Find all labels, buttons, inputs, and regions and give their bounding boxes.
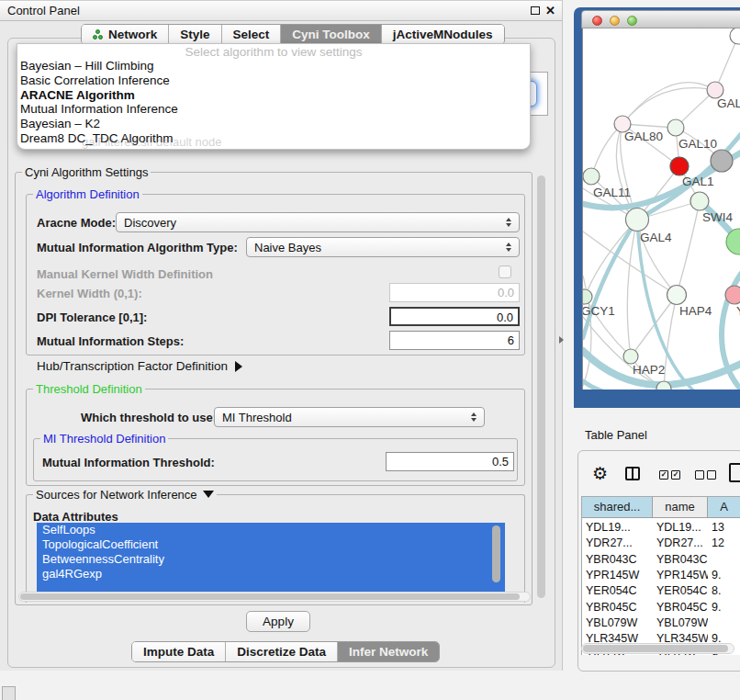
scrollbar-thumb[interactable] bbox=[20, 593, 520, 600]
network-graph[interactable]: GALGAL80GAL10GAL1GAL11SWI4GAL4GCY1HAP4YH… bbox=[583, 28, 740, 390]
mi-algorithm-type-select[interactable]: Naive Bayes bbox=[246, 237, 520, 257]
node-HAP4[interactable] bbox=[667, 286, 687, 305]
unchecked-columns-icon[interactable] bbox=[695, 470, 704, 480]
network-view-window: GALGAL80GAL10GAL1GAL11SWI4GAL4GCY1HAP4YH… bbox=[581, 10, 740, 390]
node-GAL10[interactable] bbox=[667, 119, 684, 136]
settings-vertical-scrollbar[interactable] bbox=[537, 175, 545, 598]
bottom-tab-bar: Impute DataDiscretize DataInfer Network bbox=[131, 641, 440, 662]
table-cell[interactable]: YDL19... bbox=[582, 520, 653, 536]
checked-columns-icon[interactable]: ✓ bbox=[659, 470, 668, 480]
hub-transcription-factor-label: Hub/Transcription Factor Definition bbox=[37, 359, 228, 373]
mac-zoom-icon[interactable] bbox=[627, 16, 637, 26]
node-attribute-table[interactable]: shared...nameAYDL19...YDL19...13YDR27...… bbox=[581, 496, 740, 655]
table-cell[interactable]: YPR145W bbox=[653, 568, 708, 583]
mac-minimize-icon[interactable] bbox=[610, 16, 620, 26]
node-GAL11[interactable] bbox=[583, 168, 600, 185]
table-cell[interactable]: YDR27... bbox=[653, 536, 708, 551]
column-header-shared[interactable]: shared... bbox=[582, 497, 653, 518]
document-icon[interactable] bbox=[729, 463, 740, 482]
tab-infer-network[interactable]: Infer Network bbox=[337, 642, 439, 661]
collapse-down-icon[interactable] bbox=[203, 491, 214, 498]
table-cell[interactable]: 13 bbox=[708, 520, 740, 536]
column-header-A[interactable]: A bbox=[708, 497, 740, 518]
column-header-name[interactable]: name bbox=[653, 497, 708, 518]
scrollbar-thumb[interactable] bbox=[583, 645, 728, 652]
node-GCY1[interactable] bbox=[583, 289, 592, 304]
tab-cyni-toolbox[interactable]: Cyni Toolbox bbox=[280, 25, 381, 44]
node-HAP2-label: HAP2 bbox=[633, 363, 665, 377]
network-edge[interactable] bbox=[677, 201, 700, 295]
node-gray[interactable] bbox=[711, 150, 733, 172]
tab-style[interactable]: Style bbox=[168, 25, 220, 44]
checked-columns-icon[interactable]: ✓ bbox=[671, 470, 680, 480]
panel-splitter-arrow-icon[interactable] bbox=[559, 336, 564, 344]
network-canvas[interactable]: GALGAL80GAL10GAL1GAL11SWI4GAL4GCY1HAP4YH… bbox=[582, 28, 740, 390]
mac-close-icon[interactable] bbox=[592, 16, 602, 26]
data-attribute-item[interactable]: BetweennessCentrality bbox=[37, 552, 505, 567]
table-cell[interactable]: 8. bbox=[708, 583, 740, 599]
table-cell[interactable] bbox=[708, 615, 740, 631]
which-threshold-select[interactable]: MI Threshold bbox=[214, 407, 485, 427]
mi-steps-field[interactable]: 6 bbox=[389, 331, 520, 350]
columns-icon[interactable] bbox=[625, 467, 640, 480]
network-edge[interactable] bbox=[715, 36, 738, 90]
dpi-tolerance-field[interactable]: 0.0 bbox=[389, 307, 520, 326]
table-cell[interactable] bbox=[708, 552, 740, 568]
table-cell[interactable]: YBR045C bbox=[653, 600, 708, 615]
tab-select[interactable]: Select bbox=[221, 25, 281, 44]
table-cell[interactable]: YDR27... bbox=[582, 536, 653, 551]
node-GAL10-label: GAL10 bbox=[678, 137, 717, 151]
network-edge[interactable] bbox=[631, 295, 677, 356]
node-HAP2[interactable] bbox=[623, 349, 638, 364]
table-cell[interactable]: YER054C bbox=[582, 583, 653, 599]
tab-discretize-data[interactable]: Discretize Data bbox=[225, 642, 337, 661]
table-horizontal-scrollbar[interactable] bbox=[581, 643, 734, 654]
control-panel-tab-bar: NetworkStyleSelectCyni ToolboxjActiveMNo… bbox=[81, 24, 505, 45]
network-edge[interactable] bbox=[627, 220, 637, 356]
unchecked-columns-icon[interactable] bbox=[707, 470, 716, 480]
table-cell[interactable]: 9. bbox=[708, 568, 740, 583]
algorithm-option[interactable]: ARACNE Algorithm bbox=[17, 88, 530, 103]
hub-transcription-factor-expander[interactable]: Hub/Transcription Factor Definition bbox=[37, 359, 242, 373]
algorithm-option[interactable]: Mutual Information Inference bbox=[17, 102, 530, 117]
algorithm-option[interactable]: Basic Correlation Inference bbox=[17, 73, 530, 88]
data-attributes-list[interactable]: SelfLoopsTopologicalCoefficientBetweenne… bbox=[37, 523, 505, 596]
float-window-icon[interactable] bbox=[531, 6, 540, 15]
gear-icon[interactable]: ⚙ bbox=[592, 463, 608, 484]
node-GAL1[interactable] bbox=[670, 157, 689, 175]
tab-impute-data[interactable]: Impute Data bbox=[132, 642, 225, 661]
table-cell[interactable]: YER054C bbox=[653, 583, 708, 599]
attributes-list-scrollbar[interactable] bbox=[492, 525, 500, 582]
mi-threshold-field[interactable]: 0.5 bbox=[386, 452, 514, 471]
aracne-mode-select[interactable]: Discovery bbox=[116, 212, 520, 232]
tab-jactivemnodules[interactable]: jActiveMNodules bbox=[381, 25, 504, 44]
table-cell[interactable]: YBR043C bbox=[653, 552, 708, 568]
table-cell[interactable]: YBL079W bbox=[653, 615, 708, 631]
node-HAP4-label: HAP4 bbox=[679, 304, 712, 318]
kernel-width-field[interactable]: 0.0 bbox=[389, 283, 520, 302]
sources-horizontal-scrollbar[interactable] bbox=[18, 592, 531, 602]
network-window-titlebar[interactable] bbox=[581, 10, 740, 28]
algorithm-option[interactable]: Bayesian – K2 bbox=[17, 117, 530, 131]
node-SWI4[interactable] bbox=[690, 192, 709, 210]
tab-network[interactable]: Network bbox=[82, 25, 168, 44]
table-cell[interactable]: YBR045C bbox=[582, 600, 653, 615]
table-cell[interactable]: 9. bbox=[708, 600, 740, 615]
manual-kernel-width-checkbox[interactable] bbox=[499, 265, 511, 278]
apply-button[interactable]: Apply bbox=[246, 611, 310, 632]
node-top-partial[interactable] bbox=[730, 28, 740, 44]
table-cell[interactable]: YPR145W bbox=[582, 568, 653, 583]
algorithm-option[interactable]: Bayesian – Hill Climbing bbox=[17, 59, 530, 73]
table-cell[interactable]: YBR043C bbox=[582, 552, 653, 568]
table-cell[interactable]: YBL079W bbox=[582, 615, 653, 631]
cutoff-corner-button[interactable] bbox=[2, 686, 16, 700]
data-attribute-item[interactable]: TopologicalCoefficient bbox=[37, 537, 505, 552]
table-cell[interactable]: YDL19... bbox=[653, 520, 708, 536]
data-attribute-item[interactable]: SelfLoops bbox=[37, 523, 505, 537]
table-cell[interactable]: 12 bbox=[708, 536, 740, 551]
node-GAL4[interactable] bbox=[626, 209, 649, 231]
node-pink-Y[interactable] bbox=[725, 286, 740, 304]
close-icon[interactable]: ✕ bbox=[545, 4, 555, 17]
network-edge[interactable] bbox=[622, 88, 715, 124]
data-attribute-item[interactable]: gal4RGexp bbox=[37, 567, 505, 581]
